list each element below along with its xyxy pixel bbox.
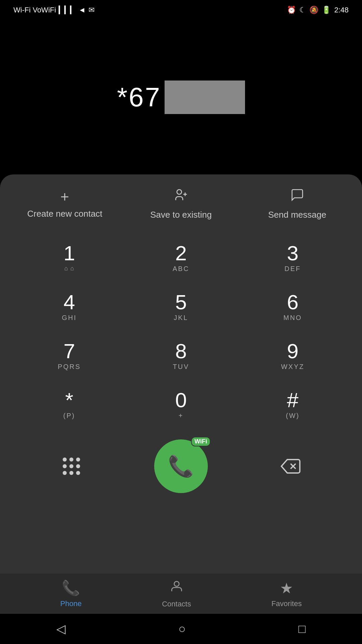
key-0-number: 0 [175,390,187,411]
status-left: Wi-Fi VoWiFi ▎▎▎ ◄ ✉ [13,6,95,14]
keypad-grid: 1 ⌂ ⌂ 2 ABC 3 DEF 4 GHI 5 JKL 6 MNO 7 PQ… [0,227,362,436]
wifi-call-badge: WiFi [191,437,210,446]
favorites-nav-icon: ★ [280,580,293,597]
key-9-sub: WXYZ [281,363,304,371]
svg-point-5 [174,581,179,586]
mute-icon: 🔕 [309,6,318,14]
key-6-number: 6 [287,292,298,313]
nav-favorites[interactable]: ★ Favorites [272,580,302,608]
key-2-number: 2 [175,243,187,264]
key-4[interactable]: 4 GHI [13,282,125,331]
contacts-nav-icon [169,579,184,597]
key-9[interactable]: 9 WXYZ [237,331,349,380]
key-7[interactable]: 7 PQRS [13,331,125,380]
favorites-nav-label: Favorites [272,599,302,608]
back-button[interactable]: ◁ [56,622,66,636]
key-0[interactable]: 0 + [125,380,237,429]
key-5[interactable]: 5 JKL [125,282,237,331]
mail-icon: ✉ [88,6,95,14]
key-3-number: 3 [287,243,298,264]
key-5-sub: JKL [174,314,188,322]
cursor-block [165,80,245,114]
svg-point-0 [177,190,182,194]
moon-icon: ☾ [299,6,306,14]
bottom-nav: 📞 Phone Contacts ★ Favorites [0,574,362,614]
recents-button[interactable]: □ [298,622,306,636]
system-nav-bar: ◁ ○ □ [0,614,362,644]
time-display: 2:48 [334,6,349,14]
key-3[interactable]: 3 DEF [237,233,349,282]
save-existing-label: Save to existing [150,210,212,220]
phone-nav-label: Phone [60,599,82,608]
key-5-number: 5 [175,292,187,313]
nav-contacts[interactable]: Contacts [162,579,191,608]
key-7-number: 7 [63,341,75,362]
bottom-action-row: 📞 WiFi [0,436,362,500]
action-row: ＋ Create new contact Save to existing Se… [0,174,362,227]
key-8[interactable]: 8 TUV [125,331,237,380]
key-hash[interactable]: # (W) [237,380,349,429]
wifi-label: Wi-Fi VoWiFi [13,6,56,14]
key-2[interactable]: 2 ABC [125,233,237,282]
key-1-sub: ⌂ ⌂ [64,265,74,273]
key-6[interactable]: 6 MNO [237,282,349,331]
key-star-number: * [65,390,73,411]
key-hash-number: # [287,390,298,411]
dots-icon [63,458,80,475]
key-8-number: 8 [175,341,187,362]
plus-icon: ＋ [58,189,72,203]
key-6-sub: MNO [283,314,302,322]
signal-icon: ▎▎▎ [59,6,76,14]
key-9-number: 9 [287,341,298,362]
phone-icon: 📞 [168,454,194,478]
key-7-sub: PQRS [58,363,81,371]
call-button-wrapper: 📞 WiFi [154,439,208,493]
create-new-contact-button[interactable]: ＋ Create new contact [7,189,123,219]
create-new-label: Create new contact [27,209,102,219]
nav-phone[interactable]: 📞 Phone [60,579,82,608]
send-message-button[interactable]: Send message [239,188,355,220]
key-4-number: 4 [63,292,75,313]
dialed-number: *67 [117,82,161,113]
key-1[interactable]: 1 ⌂ ⌂ [13,233,125,282]
location-icon: ◄ [78,6,86,14]
backspace-icon [281,456,301,476]
status-right: ⏰ ☾ 🔕 🔋 2:48 [287,6,349,14]
contacts-nav-label: Contacts [162,600,191,608]
number-display: *67 [0,20,362,174]
key-star[interactable]: * (P) [13,380,125,429]
person-add-icon [174,188,188,204]
key-2-sub: ABC [173,265,189,273]
dots-button[interactable] [51,446,92,486]
key-3-sub: DEF [285,265,301,273]
call-button[interactable]: 📞 WiFi [154,439,208,493]
phone-nav-icon: 📞 [62,579,80,597]
key-0-sub: + [179,412,184,420]
battery-icon: 🔋 [322,6,331,14]
message-icon [290,188,304,204]
key-4-sub: GHI [62,314,77,322]
delete-button[interactable] [270,446,311,486]
save-to-existing-button[interactable]: Save to existing [123,188,239,220]
key-8-sub: TUV [173,363,189,371]
send-message-label: Send message [268,210,326,220]
alarm-icon: ⏰ [287,6,296,14]
key-star-sub: (P) [63,412,75,420]
status-bar: Wi-Fi VoWiFi ▎▎▎ ◄ ✉ ⏰ ☾ 🔕 🔋 2:48 [0,0,362,20]
key-hash-sub: (W) [286,412,300,420]
key-1-number: 1 [63,243,75,264]
home-button[interactable]: ○ [178,622,186,636]
